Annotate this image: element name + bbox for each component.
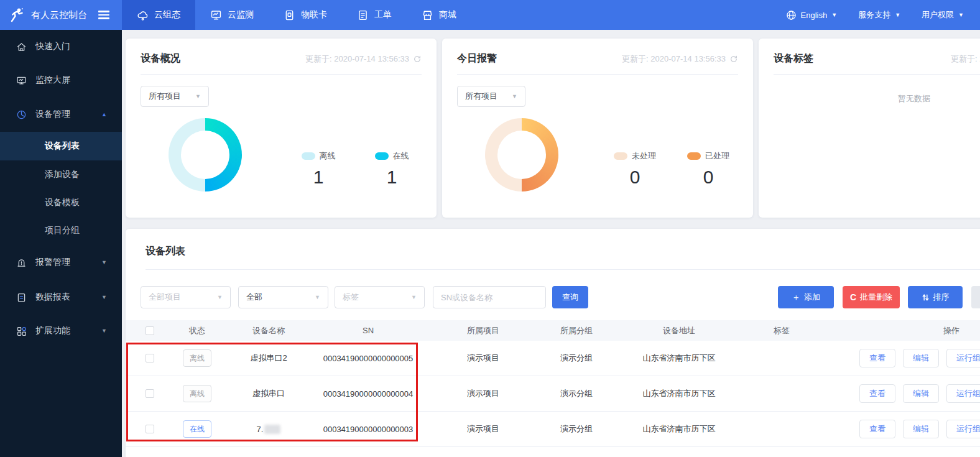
row-checkbox[interactable] xyxy=(146,389,154,398)
store-icon xyxy=(422,9,433,21)
legend-handled: 已处理 0 xyxy=(682,150,734,188)
empty-data-text: 暂无数据 xyxy=(759,93,980,104)
toolbar-extra-button-cutoff[interactable] xyxy=(971,286,980,308)
row-checkbox[interactable] xyxy=(146,354,154,362)
chevron-down-icon: ▼ xyxy=(101,328,122,334)
project-filter-select[interactable]: 所有项目 ▼ xyxy=(457,86,525,107)
device-project: 演示项目 xyxy=(424,423,542,435)
handled-count: 0 xyxy=(682,167,734,188)
chevron-down-icon: ▼ xyxy=(831,12,837,18)
chevron-down-icon: ▼ xyxy=(411,295,417,300)
alarm-status-donut-chart xyxy=(485,118,558,192)
device-address: 山东省济南市历下区 xyxy=(611,388,747,399)
edit-button[interactable]: 编辑 xyxy=(903,420,939,438)
view-button[interactable]: 查看 xyxy=(859,384,895,403)
cloud-icon xyxy=(137,9,149,21)
offline-count: 1 xyxy=(292,167,344,188)
nav-tab-iot-card[interactable]: 物联卡 xyxy=(269,0,342,30)
edit-button[interactable]: 编辑 xyxy=(903,384,939,403)
chevron-down-icon: ▼ xyxy=(895,12,900,18)
nav-tab-work-order[interactable]: 工单 xyxy=(342,0,407,30)
monitor-chart-icon xyxy=(210,9,222,21)
nav-tab-cloud-monitor[interactable]: 云监测 xyxy=(195,0,269,30)
redacted-blur xyxy=(264,425,280,434)
status-badge: 离线 xyxy=(183,385,211,402)
sidebar-item-device-template[interactable]: 设备模板 xyxy=(0,188,122,216)
device-sn: 00034190000000000003 xyxy=(312,425,424,434)
sidebar-item-device-list[interactable]: 设备列表 xyxy=(0,132,122,160)
home-icon xyxy=(16,42,27,52)
legend-offline: 离线 1 xyxy=(292,150,344,188)
sidebar-item-monitor-screen[interactable]: 监控大屏 xyxy=(0,63,122,97)
legend-marker xyxy=(687,152,701,160)
select-all-checkbox[interactable] xyxy=(146,326,154,335)
tag-filter-select[interactable]: 标签 ▼ xyxy=(335,286,425,308)
sidebar-item-data-report[interactable]: 数据报表 ▼ xyxy=(0,280,122,314)
legend-marker xyxy=(375,152,389,160)
device-address: 山东省济南市历下区 xyxy=(611,423,747,435)
device-name: 虚拟串口 xyxy=(225,388,312,399)
brand-title: 有人云控制台 xyxy=(31,9,87,21)
device-name: 7. xyxy=(225,425,312,434)
device-sn: 00034190000000000004 xyxy=(312,389,424,399)
run-scada-button[interactable]: 运行组态 xyxy=(946,349,980,367)
status-filter-select[interactable]: 全部 ▼ xyxy=(238,286,328,308)
view-button[interactable]: 查看 xyxy=(859,349,895,367)
search-input[interactable] xyxy=(433,286,546,308)
table-row: 离线 虚拟串口 00034190000000000004 演示项目 演示分组 山… xyxy=(126,376,980,412)
project-filter-select[interactable]: 所有项目 ▼ xyxy=(141,86,209,107)
card-title: 今日报警 xyxy=(457,52,497,65)
project-filter-select[interactable]: 全部项目 ▼ xyxy=(141,286,231,308)
edit-button[interactable]: 编辑 xyxy=(903,349,939,367)
device-group: 演示分组 xyxy=(542,423,611,435)
sidebar-item-project-group[interactable]: 项目分组 xyxy=(0,216,122,244)
hamburger-menu-icon[interactable] xyxy=(98,11,109,19)
status-badge: 在线 xyxy=(183,420,211,438)
chevron-down-icon: ▼ xyxy=(101,260,122,265)
filter-toolbar: 全部项目 ▼ 全部 ▼ 标签 ▼ 查询 ＋ 添加 C 批量删除 xyxy=(126,286,980,308)
sidebar-item-add-device[interactable]: 添加设备 xyxy=(0,160,122,188)
nav-tab-mall[interactable]: 商城 xyxy=(407,0,471,30)
sidebar-item-alarm-management[interactable]: 报警管理 ▼ xyxy=(0,244,122,280)
language-selector[interactable]: English ▼ xyxy=(786,10,838,21)
sidebar-item-extensions[interactable]: 扩展功能 ▼ xyxy=(0,314,122,348)
add-button[interactable]: ＋ 添加 xyxy=(778,286,834,308)
globe-icon xyxy=(786,10,797,21)
legend-marker xyxy=(614,152,627,160)
table-row: 离线 虚拟串口2 00034190000000000005 演示项目 演示分组 … xyxy=(126,341,980,376)
unhandled-count: 0 xyxy=(609,167,661,188)
run-scada-button[interactable]: 运行组态 xyxy=(946,384,980,403)
online-count: 1 xyxy=(366,167,418,188)
service-support-menu[interactable]: 服务支持 ▼ xyxy=(858,9,900,21)
refresh-icon[interactable] xyxy=(729,55,738,63)
view-button[interactable]: 查看 xyxy=(859,420,895,438)
sim-card-icon xyxy=(284,9,295,21)
search-button[interactable]: 查询 xyxy=(552,286,588,308)
usr-logo-icon xyxy=(9,7,25,23)
card-device-tags: 设备标签 更新于: 2020-07-14 13:56:33 暂无数据 xyxy=(759,39,980,218)
device-group: 演示分组 xyxy=(542,388,611,399)
device-sn: 00034190000000000005 xyxy=(312,354,424,363)
row-checkbox[interactable] xyxy=(146,425,154,433)
plus-icon: ＋ xyxy=(792,293,800,302)
chevron-down-icon: ▼ xyxy=(315,295,320,300)
sidebar-item-quick-start[interactable]: 快速入门 xyxy=(0,30,122,63)
legend-online: 在线 1 xyxy=(366,150,418,188)
updated-timestamp: 更新于: 2020-07-14 13:56:33 xyxy=(622,53,738,65)
alarm-bell-icon xyxy=(16,257,27,268)
big-screen-icon xyxy=(16,75,27,86)
refresh-c-icon: C xyxy=(850,293,856,302)
card-device-overview: 设备概况 更新于: 2020-07-14 13:56:33 所有项目 ▼ 离线 … xyxy=(126,39,437,218)
nav-tab-cloud-scada[interactable]: 云组态 xyxy=(122,0,195,30)
run-scada-button[interactable]: 运行组态 xyxy=(946,420,980,438)
sort-arrows-icon xyxy=(922,293,930,302)
legend-unhandled: 未处理 0 xyxy=(609,150,661,188)
user-permission-menu[interactable]: 用户权限 ▼ xyxy=(922,9,964,21)
chevron-down-icon: ▼ xyxy=(101,295,122,300)
refresh-icon[interactable] xyxy=(413,55,422,63)
sidebar-item-device-management[interactable]: 设备管理 ▲ xyxy=(0,97,122,132)
chevron-up-icon: ▲ xyxy=(101,112,122,118)
sort-button[interactable]: 排序 xyxy=(908,286,963,308)
batch-delete-button[interactable]: C 批量删除 xyxy=(843,286,900,308)
device-status-donut-chart xyxy=(169,118,242,192)
